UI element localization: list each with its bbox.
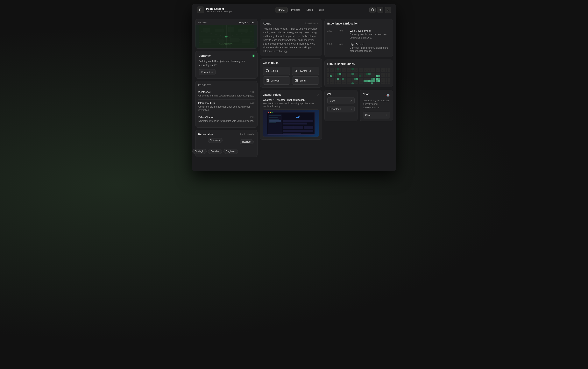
contrib-cell [371, 80, 373, 82]
contrib-cell [342, 71, 344, 72]
contrib-cell [388, 71, 390, 72]
contrib-cell [354, 82, 356, 84]
contrib-cell [344, 82, 346, 84]
contrib-cell [330, 73, 332, 75]
contrib-cell [361, 78, 363, 80]
contrib-cell [327, 73, 329, 75]
about-title: About [263, 22, 271, 25]
nav-stack[interactable]: Stack [304, 7, 316, 13]
contrib-cell [359, 71, 361, 72]
app-window: P Paolo Nessim Junior Full-Stack Develop… [192, 4, 396, 171]
contrib-cell [347, 73, 349, 75]
map-area: Washington D.C. [195, 25, 257, 48]
projects-title: Projects [198, 84, 255, 87]
contrib-cell [330, 82, 332, 84]
contrib-cell [381, 80, 383, 82]
contrib-cell [378, 78, 380, 80]
contrib-cell [342, 80, 344, 82]
contrib-cell [368, 71, 370, 72]
contrib-cell [376, 82, 378, 84]
experience-card: Experience & Education 2021 Now Web Deve… [324, 19, 393, 57]
contrib-cell [376, 68, 378, 70]
contrib-cell [381, 75, 383, 77]
contrib-cell [373, 82, 375, 84]
contact-links-grid: GitHub Twitter - X LinkedIn [263, 67, 319, 85]
cv-view-button[interactable]: View ↗ [327, 97, 355, 104]
contrib-cell [359, 75, 361, 77]
email-contact-link[interactable]: Email [292, 76, 319, 85]
close-dot [268, 112, 269, 113]
get-in-touch-card: Get in touch GitHub Twitter - X [260, 58, 322, 88]
linkedin-contact-link[interactable]: LinkedIn [263, 76, 290, 85]
contrib-cell [378, 75, 380, 77]
contrib-cell [381, 68, 383, 70]
contrib-cell [366, 78, 368, 80]
nav-home[interactable]: Home [275, 7, 288, 13]
contrib-cell [376, 75, 378, 77]
chat-button[interactable]: Chat ↗ [363, 112, 390, 118]
nav-projects[interactable]: Projects [288, 7, 303, 13]
contrib-cell [373, 68, 375, 70]
logo: P [197, 6, 204, 13]
contrib-cell [339, 71, 341, 72]
contrib-cell [378, 82, 380, 84]
latest-project-desc: Weather AI is a weather forecasting app … [263, 102, 319, 108]
project-item-video-chat[interactable]: Video Chat AI 2023 A Chrome extension fo… [198, 114, 255, 125]
currently-title: Currently [199, 54, 211, 57]
contrib-cell [339, 80, 341, 82]
contrib-cell [335, 80, 336, 82]
latest-project-card: Latest Project ↗ Weather AI - weather ch… [260, 90, 322, 140]
cv-download-button[interactable]: Download ↓ [327, 106, 355, 113]
github-link-button[interactable] [369, 7, 375, 13]
main-nav: Home Projects Stack Blog [275, 7, 327, 13]
exp-end: Now [339, 29, 348, 32]
external-link-icon[interactable]: ↗ [317, 93, 319, 96]
exp-year: 2021 [327, 29, 337, 32]
contrib-cell [352, 82, 354, 84]
contrib-cell [366, 71, 368, 72]
contrib-cell [385, 73, 387, 75]
external-icon: ↗ [350, 99, 352, 102]
minimize-dot [270, 112, 271, 113]
svg-rect-11 [215, 29, 223, 32]
contrib-cell [330, 75, 332, 77]
contrib-cell [327, 78, 329, 80]
contrib-cell [383, 78, 385, 80]
contrib-cell [378, 71, 380, 72]
tag-strategic: Strategic [192, 149, 207, 154]
contrib-cell [352, 71, 354, 72]
contrib-cell [332, 75, 334, 77]
chat-link-icon: ↗ [385, 114, 387, 116]
project-year: 2023 [250, 116, 254, 118]
contrib-grid [327, 68, 390, 84]
project-item-weather-ai[interactable]: Weather AI 2023 A machine learning-power… [198, 89, 255, 100]
github-contact-link[interactable]: GitHub [263, 67, 290, 75]
nav-blog[interactable]: Blog [316, 7, 327, 13]
contrib-cell [342, 68, 344, 70]
contrib-cell [385, 80, 387, 82]
contrib-cell [354, 75, 356, 77]
twitter-link-button[interactable] [377, 7, 383, 13]
contrib-cell [366, 73, 368, 75]
contact-button[interactable]: Contact ↗ [199, 69, 216, 75]
twitter-contact-link[interactable]: Twitter - X [292, 67, 319, 75]
contrib-cell [381, 73, 383, 75]
view-label: View [330, 99, 335, 102]
chat-label: Chat [365, 113, 371, 116]
contrib-cell [366, 68, 368, 70]
contrib-cell [381, 71, 383, 72]
contrib-cell [349, 80, 351, 82]
contrib-cell [383, 75, 385, 77]
contrib-cell [335, 71, 336, 72]
email-icon [294, 79, 298, 82]
contrib-cell [376, 80, 378, 82]
contrib-cell [327, 80, 329, 82]
project-desc: A user-friendly interface for Open sourc… [198, 105, 255, 112]
project-item-interact-ai[interactable]: Interact AI Hub 2023 A user-friendly int… [198, 100, 255, 114]
project-screenshot: 13° [263, 110, 319, 137]
contrib-cell [339, 75, 341, 77]
project-header: Weather AI 2023 [198, 91, 255, 93]
contrib-cell [378, 73, 380, 75]
contrib-cell [354, 71, 356, 72]
theme-toggle-button[interactable] [385, 7, 391, 13]
